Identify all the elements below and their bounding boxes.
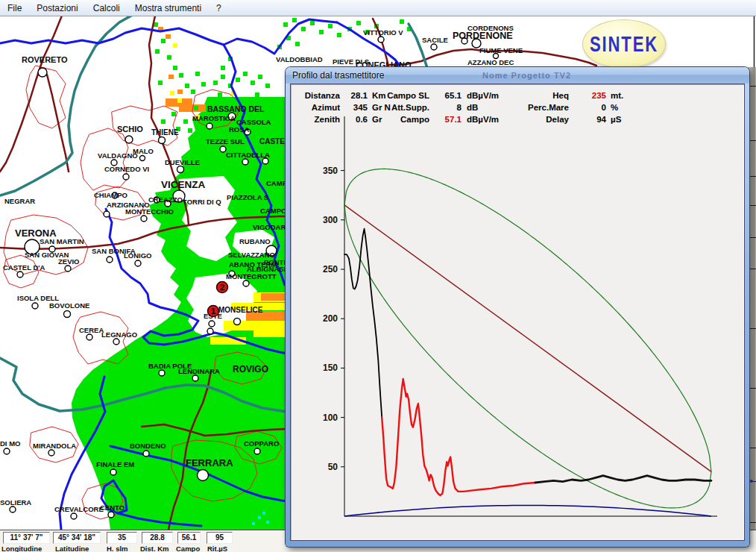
- svg-text:BOVOLONE: BOVOLONE: [49, 301, 89, 310]
- status-label-longitudine: Longitudine: [1, 545, 42, 552]
- svg-text:DUEVILLE: DUEVILLE: [165, 158, 200, 166]
- svg-text:ZEVIO: ZEVIO: [58, 257, 80, 266]
- svg-text:200: 200: [323, 313, 338, 324]
- svg-text:NEGRAR: NEGRAR: [4, 197, 35, 205]
- profile-chart: 50100150200250300350: [291, 84, 743, 539]
- svg-text:CEREA: CEREA: [79, 326, 104, 334]
- svg-text:SAN MARTIN: SAN MARTIN: [40, 237, 84, 245]
- status-value-hslm: 35: [107, 532, 137, 544]
- status-value-latitudine: 45° 34' 18": [53, 532, 101, 544]
- svg-text:100: 100: [323, 413, 338, 423]
- status-value-longitudine: 11° 37' 7": [3, 532, 50, 544]
- svg-text:CHIAMPO: CHIAMPO: [94, 191, 127, 199]
- svg-text:CORNEDO VI: CORNEDO VI: [104, 165, 149, 173]
- svg-text:MONTECCHIO: MONTECCHIO: [125, 207, 174, 216]
- svg-text:250: 250: [323, 264, 338, 275]
- svg-text:300: 300: [323, 215, 338, 225]
- strip-dot: [750, 480, 753, 483]
- svg-text:VIGODARZ: VIGODARZ: [253, 223, 290, 231]
- svg-text:ROSA: ROSA: [229, 125, 250, 134]
- menu-item-mostra-strumenti[interactable]: Mostra strumenti: [127, 1, 209, 16]
- svg-text:VALDOBBIAD: VALDOBBIAD: [276, 55, 323, 63]
- profile-dialog-client: Distanza28.1KmCampo SL65.1dBµV/mHeq235mt…: [290, 84, 745, 541]
- y-tick-labels: 50100150200250300350: [323, 166, 344, 472]
- profile-dialog[interactable]: Profilo dal trasmettitore Nome Progetto …: [286, 67, 749, 547]
- svg-text:CENTO: CENTO: [100, 504, 125, 512]
- svg-text:LONIGO: LONIGO: [124, 251, 151, 260]
- svg-text:VALDAGNO: VALDAGNO: [98, 151, 138, 160]
- profile-dialog-titlebar[interactable]: Profilo dal trasmettitore Nome Progetto …: [286, 67, 749, 84]
- svg-text:150: 150: [323, 363, 338, 373]
- svg-text:ROVERETO: ROVERETO: [22, 55, 68, 64]
- line-of-sight: [344, 205, 711, 471]
- svg-text:PIAZZOLA S: PIAZZOLA S: [227, 193, 268, 201]
- svg-text:BASSANO DEL: BASSANO DEL: [207, 104, 265, 113]
- svg-text:LEGNAGO: LEGNAGO: [101, 330, 137, 339]
- status-value-distkm: 28.8: [142, 532, 173, 544]
- ghost-project-text: Nome Progetto TV2: [482, 71, 571, 80]
- svg-text:THIENE: THIENE: [151, 128, 179, 137]
- svg-text:SCHIO: SCHIO: [117, 125, 143, 134]
- svg-text:SOLIERA: SOLIERA: [0, 498, 31, 506]
- status-value-rits: 95: [207, 532, 233, 544]
- profile-dialog-title: Profilo dal trasmettitore: [292, 70, 384, 81]
- status-label-hslm: H. slm: [107, 545, 128, 552]
- svg-text:CITTADELLA: CITTADELLA: [226, 151, 270, 159]
- svg-text:SACILE: SACILE: [422, 36, 448, 44]
- transmitter-marker-2: 2: [217, 282, 228, 293]
- svg-text:PORDENONE: PORDENONE: [453, 31, 513, 41]
- svg-text:COPPARO: COPPARO: [244, 439, 279, 448]
- svg-text:MIRANDOLA: MIRANDOLA: [33, 442, 76, 450]
- svg-text:RUBANO: RUBANO: [239, 237, 271, 245]
- svg-text:CREVALCORE: CREVALCORE: [54, 505, 104, 513]
- menu-bar: FilePostazioniCalcoliMostra strumenti?: [0, 0, 756, 16]
- svg-text:CASTEL D'A: CASTEL D'A: [3, 263, 45, 272]
- sintek-logo-text: SINTEK: [590, 31, 658, 57]
- status-label-campo: Campo: [176, 545, 200, 552]
- transmitter-marker-1: 1: [208, 306, 219, 317]
- status-label-latitudine: Latitudine: [55, 545, 89, 552]
- chart-axes: [344, 116, 717, 516]
- svg-text:CREAZZO: CREAZZO: [148, 195, 183, 204]
- status-label-distkm: Dist. Km: [140, 545, 169, 552]
- menu-item-?[interactable]: ?: [209, 1, 229, 16]
- status-label-rits: Rit.µS: [207, 545, 227, 552]
- svg-text:50: 50: [328, 462, 338, 472]
- status-value-campo: 56.1: [177, 532, 201, 544]
- svg-text:MONSELICE: MONSELICE: [218, 306, 263, 314]
- svg-text:ROVIGO: ROVIGO: [233, 364, 268, 374]
- terrain-profile: [344, 229, 711, 496]
- svg-text:1: 1: [211, 307, 215, 316]
- svg-text:VICENZA: VICENZA: [161, 179, 206, 190]
- svg-text:MAROSTICA: MAROSTICA: [192, 114, 236, 122]
- menu-item-file[interactable]: File: [0, 1, 29, 16]
- svg-text:VITTORIO V: VITTORIO V: [363, 28, 403, 37]
- svg-text:LENDINARA: LENDINARA: [178, 367, 220, 375]
- svg-text:TEZZE SUL: TEZZE SUL: [206, 137, 245, 145]
- app-root: { "menu": { "items": ["File", "Postazion…: [0, 0, 756, 552]
- svg-text:MONTEGROTT: MONTEGROTT: [226, 272, 277, 280]
- svg-text:2: 2: [220, 283, 224, 292]
- svg-text:FIUME VENE: FIUME VENE: [479, 46, 523, 54]
- svg-text:BONDENO: BONDENO: [130, 442, 166, 450]
- svg-text:350: 350: [323, 166, 338, 176]
- svg-text:FERRARA: FERRARA: [186, 457, 233, 468]
- svg-text:TORRI DI Q: TORRI DI Q: [183, 198, 221, 206]
- svg-text:AZZANO DEC: AZZANO DEC: [467, 58, 514, 66]
- menu-item-postazioni[interactable]: Postazioni: [29, 1, 85, 16]
- svg-text:DI MO: DI MO: [0, 439, 20, 448]
- sintek-logo: SINTEK: [582, 19, 666, 69]
- svg-text:FINALE EM: FINALE EM: [96, 460, 134, 468]
- menu-item-calcoli[interactable]: Calcoli: [86, 1, 127, 16]
- svg-text:CAMPO: CAMPO: [260, 207, 286, 215]
